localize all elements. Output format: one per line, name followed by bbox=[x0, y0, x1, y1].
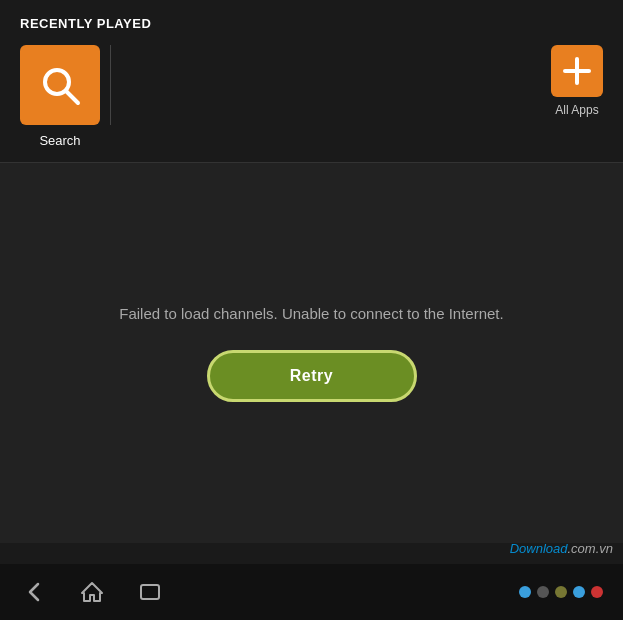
nav-dots bbox=[519, 586, 603, 598]
dot-5 bbox=[591, 586, 603, 598]
watermark-domain: .com.vn bbox=[567, 541, 613, 556]
vertical-divider bbox=[110, 45, 111, 125]
apps-row: Search All Apps bbox=[20, 45, 603, 162]
search-app-item[interactable]: Search bbox=[20, 45, 100, 148]
dot-1 bbox=[519, 586, 531, 598]
svg-rect-5 bbox=[141, 585, 159, 599]
all-apps-section[interactable]: All Apps bbox=[551, 45, 603, 117]
all-apps-label: All Apps bbox=[555, 103, 598, 117]
watermark-text: Download bbox=[510, 541, 568, 556]
svg-line-1 bbox=[66, 91, 78, 103]
recents-nav-icon[interactable] bbox=[136, 578, 164, 606]
plus-icon bbox=[561, 55, 593, 87]
nav-left bbox=[20, 578, 164, 606]
dot-2 bbox=[537, 586, 549, 598]
search-icon bbox=[36, 61, 84, 109]
nav-bar bbox=[0, 564, 623, 620]
search-app-label: Search bbox=[39, 133, 80, 148]
top-section: RECENTLY PLAYED Search bbox=[0, 0, 623, 162]
back-nav-icon[interactable] bbox=[20, 578, 48, 606]
main-content: Failed to load channels. Unable to conne… bbox=[0, 163, 623, 543]
dot-3 bbox=[555, 586, 567, 598]
dot-4 bbox=[573, 586, 585, 598]
error-message: Failed to load channels. Unable to conne… bbox=[89, 305, 533, 322]
home-nav-icon[interactable] bbox=[78, 578, 106, 606]
retry-button[interactable]: Retry bbox=[207, 350, 417, 402]
recently-played-title: RECENTLY PLAYED bbox=[20, 16, 603, 31]
all-apps-icon bbox=[551, 45, 603, 97]
search-app-icon bbox=[20, 45, 100, 125]
svg-marker-4 bbox=[82, 583, 102, 601]
watermark: Download.com.vn bbox=[510, 541, 613, 556]
